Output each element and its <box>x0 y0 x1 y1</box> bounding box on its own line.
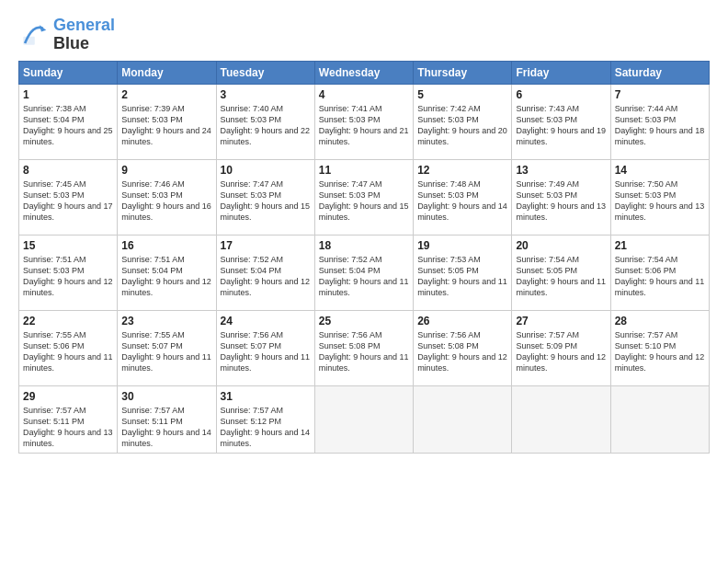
calendar-cell: 5 Sunrise: 7:42 AM Sunset: 5:03 PM Dayli… <box>414 84 512 159</box>
day-info: Sunrise: 7:51 AM Sunset: 5:04 PM Dayligh… <box>121 254 211 299</box>
sunset-label: Sunset: 5:03 PM <box>23 266 85 275</box>
calendar-cell: 2 Sunrise: 7:39 AM Sunset: 5:03 PM Dayli… <box>118 84 216 159</box>
daylight-label: Daylight: 9 hours and 15 minutes. <box>319 201 409 222</box>
calendar-cell: 8 Sunrise: 7:45 AM Sunset: 5:03 PM Dayli… <box>19 159 118 235</box>
day-number: 6 <box>516 88 606 101</box>
sunrise-label: Sunrise: 7:48 AM <box>417 179 481 189</box>
day-info: Sunrise: 7:40 AM Sunset: 5:03 PM Dayligh… <box>221 103 311 148</box>
sunrise-label: Sunrise: 7:57 AM <box>516 330 579 339</box>
logo: General Blue <box>18 17 115 53</box>
daylight-label: Daylight: 9 hours and 11 minutes. <box>221 352 311 373</box>
day-number: 5 <box>417 88 507 101</box>
day-number: 7 <box>615 88 705 101</box>
sunset-label: Sunset: 5:03 PM <box>121 190 183 200</box>
calendar-cell: 15 Sunrise: 7:51 AM Sunset: 5:03 PM Dayl… <box>19 235 118 310</box>
daylight-label: Daylight: 9 hours and 21 minutes. <box>319 126 409 146</box>
daylight-label: Daylight: 9 hours and 17 minutes. <box>23 201 113 222</box>
day-info: Sunrise: 7:56 AM Sunset: 5:07 PM Dayligh… <box>221 329 311 374</box>
daylight-label: Daylight: 9 hours and 12 minutes. <box>23 277 113 297</box>
calendar-cell <box>512 385 610 454</box>
day-info: Sunrise: 7:50 AM Sunset: 5:03 PM Dayligh… <box>615 178 705 224</box>
sunrise-label: Sunrise: 7:51 AM <box>121 255 185 264</box>
daylight-label: Daylight: 9 hours and 12 minutes. <box>516 352 606 373</box>
daylight-label: Daylight: 9 hours and 11 minutes. <box>121 352 211 373</box>
svg-marker-0 <box>40 25 46 31</box>
sunset-label: Sunset: 5:09 PM <box>516 341 577 350</box>
day-info: Sunrise: 7:54 AM Sunset: 5:06 PM Dayligh… <box>615 254 705 299</box>
calendar-cell: 7 Sunrise: 7:44 AM Sunset: 5:03 PM Dayli… <box>610 84 709 159</box>
day-info: Sunrise: 7:56 AM Sunset: 5:08 PM Dayligh… <box>319 329 409 374</box>
daylight-label: Daylight: 9 hours and 13 minutes. <box>516 201 606 222</box>
day-number: 11 <box>319 164 409 177</box>
sunrise-label: Sunrise: 7:47 AM <box>319 179 382 189</box>
calendar-cell: 14 Sunrise: 7:50 AM Sunset: 5:03 PM Dayl… <box>610 159 709 235</box>
sunset-label: Sunset: 5:12 PM <box>221 417 282 426</box>
calendar-cell: 10 Sunrise: 7:47 AM Sunset: 5:03 PM Dayl… <box>216 159 314 235</box>
day-number: 19 <box>417 239 507 252</box>
daylight-label: Daylight: 9 hours and 12 minutes. <box>221 277 311 297</box>
calendar-cell: 28 Sunrise: 7:57 AM Sunset: 5:10 PM Dayl… <box>610 310 709 385</box>
daylight-label: Daylight: 9 hours and 15 minutes. <box>221 201 311 222</box>
sunrise-label: Sunrise: 7:53 AM <box>417 255 481 264</box>
day-info: Sunrise: 7:38 AM Sunset: 5:04 PM Dayligh… <box>23 103 113 148</box>
day-info: Sunrise: 7:52 AM Sunset: 5:04 PM Dayligh… <box>221 254 311 299</box>
day-number: 20 <box>516 239 606 252</box>
daylight-label: Daylight: 9 hours and 12 minutes. <box>615 352 705 373</box>
sunrise-label: Sunrise: 7:46 AM <box>121 179 185 189</box>
sunrise-label: Sunrise: 7:47 AM <box>221 179 284 189</box>
day-number: 9 <box>121 164 211 177</box>
calendar-cell: 17 Sunrise: 7:52 AM Sunset: 5:04 PM Dayl… <box>216 235 314 310</box>
sunset-label: Sunset: 5:04 PM <box>121 266 183 275</box>
day-info: Sunrise: 7:47 AM Sunset: 5:03 PM Dayligh… <box>221 178 311 224</box>
day-number: 10 <box>221 164 311 177</box>
daylight-label: Daylight: 9 hours and 11 minutes. <box>319 352 409 373</box>
calendar-cell <box>610 385 709 454</box>
day-info: Sunrise: 7:51 AM Sunset: 5:03 PM Dayligh… <box>23 254 113 299</box>
sunset-label: Sunset: 5:03 PM <box>615 190 677 200</box>
day-info: Sunrise: 7:44 AM Sunset: 5:03 PM Dayligh… <box>615 103 705 148</box>
sunset-label: Sunset: 5:03 PM <box>417 190 479 200</box>
sunset-label: Sunset: 5:04 PM <box>221 266 282 275</box>
calendar-cell: 21 Sunrise: 7:54 AM Sunset: 5:06 PM Dayl… <box>610 235 709 310</box>
sunset-label: Sunset: 5:03 PM <box>319 190 381 200</box>
sunset-label: Sunset: 5:03 PM <box>221 115 282 124</box>
sunrise-label: Sunrise: 7:56 AM <box>221 330 284 339</box>
daylight-label: Daylight: 9 hours and 14 minutes. <box>417 201 507 222</box>
sunrise-label: Sunrise: 7:52 AM <box>221 255 284 264</box>
sunrise-label: Sunrise: 7:50 AM <box>615 179 678 189</box>
calendar-cell: 4 Sunrise: 7:41 AM Sunset: 5:03 PM Dayli… <box>314 84 413 159</box>
weekday-header-friday: Friday <box>512 61 610 84</box>
logo-text: General Blue <box>53 17 115 53</box>
day-number: 24 <box>221 315 311 327</box>
day-number: 4 <box>319 88 409 101</box>
day-number: 13 <box>516 164 606 177</box>
sunrise-label: Sunrise: 7:52 AM <box>319 255 382 264</box>
calendar-cell: 27 Sunrise: 7:57 AM Sunset: 5:09 PM Dayl… <box>512 310 610 385</box>
calendar-cell: 31 Sunrise: 7:57 AM Sunset: 5:12 PM Dayl… <box>216 385 314 454</box>
sunrise-label: Sunrise: 7:41 AM <box>319 104 382 113</box>
sunset-label: Sunset: 5:08 PM <box>319 341 381 350</box>
sunrise-label: Sunrise: 7:40 AM <box>221 104 284 113</box>
calendar: SundayMondayTuesdayWednesdayThursdayFrid… <box>18 61 710 454</box>
sunrise-label: Sunrise: 7:56 AM <box>319 330 382 339</box>
day-number: 8 <box>23 164 113 177</box>
sunrise-label: Sunrise: 7:39 AM <box>121 104 185 113</box>
sunrise-label: Sunrise: 7:51 AM <box>23 255 86 264</box>
sunset-label: Sunset: 5:07 PM <box>121 341 183 350</box>
day-number: 31 <box>221 390 311 403</box>
calendar-cell <box>314 385 413 454</box>
daylight-label: Daylight: 9 hours and 11 minutes. <box>23 352 113 373</box>
day-info: Sunrise: 7:39 AM Sunset: 5:03 PM Dayligh… <box>121 103 211 148</box>
day-number: 16 <box>121 239 211 252</box>
day-info: Sunrise: 7:45 AM Sunset: 5:03 PM Dayligh… <box>23 178 113 224</box>
day-number: 21 <box>615 239 705 252</box>
calendar-cell: 6 Sunrise: 7:43 AM Sunset: 5:03 PM Dayli… <box>512 84 610 159</box>
weekday-header-saturday: Saturday <box>610 61 709 84</box>
weekday-header-monday: Monday <box>118 61 216 84</box>
calendar-cell: 20 Sunrise: 7:54 AM Sunset: 5:05 PM Dayl… <box>512 235 610 310</box>
page: General Blue SundayMondayTuesdayWednesda… <box>0 0 728 563</box>
sunset-label: Sunset: 5:06 PM <box>615 266 677 275</box>
sunrise-label: Sunrise: 7:55 AM <box>121 330 185 339</box>
sunset-label: Sunset: 5:03 PM <box>516 115 577 124</box>
sunrise-label: Sunrise: 7:43 AM <box>516 104 579 113</box>
